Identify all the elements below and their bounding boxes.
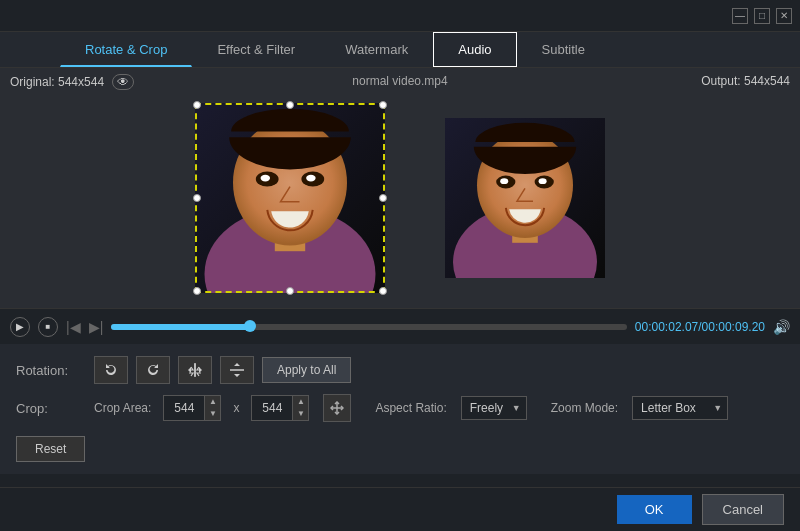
crop-area-label: Crop Area: bbox=[94, 401, 151, 415]
current-time: 00:00:02.07 bbox=[635, 320, 698, 334]
tab-audio[interactable]: Audio bbox=[433, 32, 516, 67]
rotation-row: Rotation: Apply to All bbox=[16, 356, 784, 384]
crop-height-input-group: ▲ ▼ bbox=[251, 395, 309, 421]
cancel-button[interactable]: Cancel bbox=[702, 494, 784, 525]
expand-crop-button[interactable] bbox=[323, 394, 351, 422]
controls-area: Rotation: Apply to All Crop: Crop Area: … bbox=[0, 344, 800, 474]
rotation-label: Rotation: bbox=[16, 363, 86, 378]
preview-area: Original: 544x544 👁 normal video.mp4 Out… bbox=[0, 68, 800, 308]
close-button[interactable]: ✕ bbox=[776, 8, 792, 24]
output-size-label: Output: 544x544 bbox=[701, 74, 790, 88]
flip-vertical-button[interactable] bbox=[220, 356, 254, 384]
crop-height-input[interactable] bbox=[252, 397, 292, 419]
tab-watermark[interactable]: Watermark bbox=[320, 32, 433, 67]
apply-to-all-button[interactable]: Apply to All bbox=[262, 357, 351, 383]
video-panels bbox=[195, 103, 605, 293]
zoom-mode-select[interactable]: Letter Box Pan & Scan None bbox=[632, 396, 728, 420]
title-bar: — □ ✕ bbox=[0, 0, 800, 32]
reset-button[interactable]: Reset bbox=[16, 436, 85, 462]
seek-bar-fill bbox=[111, 324, 250, 330]
crop-width-down-button[interactable]: ▼ bbox=[204, 408, 220, 420]
ok-button[interactable]: OK bbox=[617, 495, 692, 524]
stop-button[interactable]: ■ bbox=[38, 317, 58, 337]
visibility-icon[interactable]: 👁 bbox=[112, 74, 134, 90]
tab-bar: Rotate & Crop Effect & Filter Watermark … bbox=[0, 32, 800, 68]
bottom-bar: OK Cancel bbox=[0, 487, 800, 531]
next-frame-button[interactable]: ▶| bbox=[89, 319, 104, 335]
crop-width-input-group: ▲ ▼ bbox=[163, 395, 221, 421]
tab-effect-filter[interactable]: Effect & Filter bbox=[192, 32, 320, 67]
play-button[interactable]: ▶ bbox=[10, 317, 30, 337]
video-preview-right bbox=[445, 118, 605, 278]
maximize-button[interactable]: □ bbox=[754, 8, 770, 24]
aspect-ratio-label: Aspect Ratio: bbox=[375, 401, 446, 415]
tab-rotate-crop[interactable]: Rotate & Crop bbox=[60, 32, 192, 67]
minimize-button[interactable]: — bbox=[732, 8, 748, 24]
rotate-right-button[interactable] bbox=[136, 356, 170, 384]
video-preview-left bbox=[195, 103, 385, 293]
seek-handle[interactable] bbox=[244, 320, 256, 332]
window-controls: — □ ✕ bbox=[732, 8, 792, 24]
prev-frame-button[interactable]: |◀ bbox=[66, 319, 81, 335]
crop-width-spinner: ▲ ▼ bbox=[204, 396, 220, 420]
zoom-mode-label: Zoom Mode: bbox=[551, 401, 618, 415]
crop-width-input[interactable] bbox=[164, 397, 204, 419]
rotate-left-button[interactable] bbox=[94, 356, 128, 384]
crop-height-spinner: ▲ ▼ bbox=[292, 396, 308, 420]
zoom-mode-select-wrapper: Letter Box Pan & Scan None bbox=[632, 396, 728, 420]
seek-bar[interactable] bbox=[111, 324, 627, 330]
crop-width-up-button[interactable]: ▲ bbox=[204, 396, 220, 408]
volume-icon[interactable]: 🔊 bbox=[773, 319, 790, 335]
crop-row: Crop: Crop Area: ▲ ▼ x ▲ ▼ bbox=[16, 394, 784, 422]
tab-subtitle[interactable]: Subtitle bbox=[517, 32, 610, 67]
reset-row: Reset bbox=[16, 432, 784, 462]
aspect-ratio-select-wrapper: Freely 16:9 4:3 1:1 bbox=[461, 396, 527, 420]
total-time: 00:00:09.20 bbox=[702, 320, 765, 334]
crop-label: Crop: bbox=[16, 401, 86, 416]
original-size-label: Original: 544x544 bbox=[10, 75, 104, 89]
dimension-separator: x bbox=[233, 401, 239, 415]
playback-bar: ▶ ■ |◀ ▶| 00:00:02.07/00:00:09.20 🔊 bbox=[0, 308, 800, 344]
crop-height-up-button[interactable]: ▲ bbox=[292, 396, 308, 408]
flip-horizontal-button[interactable] bbox=[178, 356, 212, 384]
crop-height-down-button[interactable]: ▼ bbox=[292, 408, 308, 420]
time-display: 00:00:02.07/00:00:09.20 bbox=[635, 320, 765, 334]
original-size-info: Original: 544x544 👁 bbox=[10, 74, 134, 90]
aspect-ratio-select[interactable]: Freely 16:9 4:3 1:1 bbox=[461, 396, 527, 420]
video-filename: normal video.mp4 bbox=[352, 74, 447, 88]
